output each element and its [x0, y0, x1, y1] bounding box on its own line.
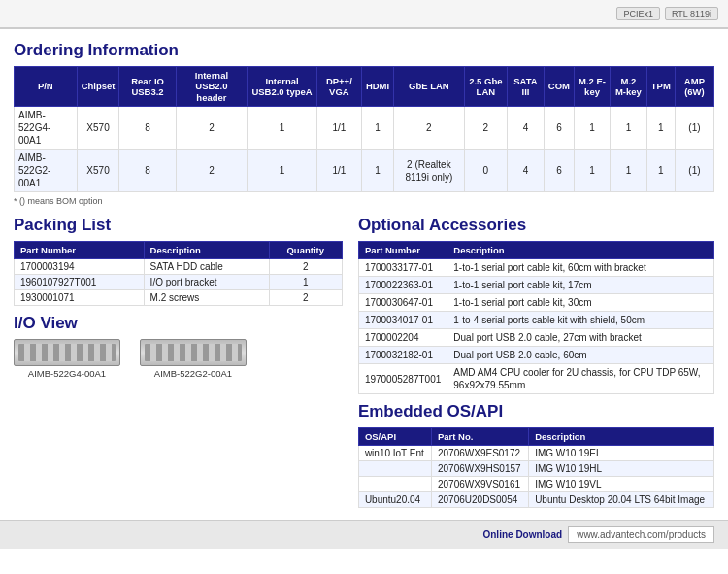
- ordering-cell-1-12: 1: [611, 150, 647, 192]
- packing-cell-0-0: 1700003194: [15, 259, 145, 275]
- ordering-cell-0-4: 1: [248, 107, 317, 150]
- packing-header-row: Part Number Description Quantity: [15, 242, 343, 259]
- acc-cell-5-1: Dual port USB 2.0 cable, 60cm: [447, 347, 714, 364]
- rtl8119i-label: RTL 8119i: [665, 7, 718, 20]
- packing-cell-1-0: 1960107927T001: [15, 275, 145, 290]
- left-column: Packing List Part Number Description Qua…: [14, 212, 343, 508]
- col-amp: AMP (6W): [675, 67, 713, 107]
- io-bracket-img-2: [140, 339, 247, 366]
- packing-row-0: 1700003194SATA HDD cable2: [15, 259, 343, 275]
- accessories-table: Part Number Description 1700033177-011-t…: [358, 241, 714, 394]
- acc-row-5: 1700032182-01Dual port USB 2.0 cable, 60…: [358, 347, 713, 364]
- embedded-os-title: Embedded OS/API: [358, 402, 714, 422]
- bom-note: * () means BOM option: [14, 196, 714, 206]
- packing-row-1: 1960107927T001I/O port bracket1: [15, 275, 343, 290]
- bottom-bar: Online Download www.advantech.com/produc…: [0, 520, 728, 549]
- os-cell-1-2: IMG W10 19HL: [529, 461, 714, 477]
- io-view-section: I/O View AIMB-522G4-00A1 AIMB-522G2-00A1: [14, 314, 343, 379]
- acc-row-3: 1700034017-011-to-4 serial ports cable k…: [358, 312, 713, 329]
- ordering-section: Ordering Information P/N Chipset Rear IO…: [14, 41, 714, 206]
- acc-row-0: 1700033177-011-to-1 serial port cable ki…: [358, 259, 713, 277]
- os-cell-2-0: [358, 477, 431, 492]
- ordering-cell-1-10: 6: [544, 150, 574, 192]
- io-caption-1: AIMB-522G4-00A1: [14, 368, 120, 379]
- packing-cell-2-0: 1930001071: [15, 290, 145, 306]
- ordering-cell-1-3: 2: [176, 150, 248, 192]
- ordering-cell-1-14: (1): [675, 150, 713, 192]
- ordering-row-1: AIMB-522G2-00A1X5708211/112 (Realtek 811…: [15, 150, 714, 192]
- col-2p5-gbe: 2.5 Gbe LAN: [464, 67, 508, 107]
- col-gbe-lan: GbE LAN: [394, 67, 464, 107]
- os-cell-0-0: win10 IoT Ent: [358, 446, 431, 461]
- ordering-cell-0-10: 6: [544, 107, 574, 150]
- acc-cell-4-1: Dual port USB 2.0 cable, 27cm with brack…: [447, 329, 714, 347]
- online-download-label: Online Download: [482, 529, 562, 540]
- os-cell-1-0: [358, 461, 431, 477]
- ordering-cell-0-7: 2: [394, 107, 464, 150]
- ordering-cell-1-8: 0: [464, 150, 508, 192]
- io-image-2: AIMB-522G2-00A1: [140, 339, 247, 379]
- col-chipset: Chipset: [77, 67, 119, 107]
- os-header-row: OS/API Part No. Description: [358, 428, 713, 446]
- col-com: COM: [544, 67, 574, 107]
- pciex1-label: PCIEx1: [616, 7, 660, 20]
- acc-row-1: 1700022363-011-to-1 serial port cable ki…: [358, 277, 713, 294]
- io-image-1: AIMB-522G4-00A1: [14, 339, 120, 379]
- ordering-header-row: P/N Chipset Rear IO USB3.2 Internal USB2…: [15, 67, 714, 107]
- os-table: OS/API Part No. Description win10 IoT En…: [358, 427, 714, 508]
- acc-cell-6-0: 1970005287T001: [358, 364, 447, 394]
- packing-cell-0-2: 2: [269, 259, 342, 275]
- packing-cell-1-1: I/O port bracket: [144, 275, 269, 290]
- acc-cell-1-1: 1-to-1 serial port cable kit, 17cm: [447, 277, 714, 294]
- ordering-cell-0-9: 4: [508, 107, 545, 150]
- os-cell-0-2: IMG W10 19EL: [529, 446, 714, 461]
- main-content: Ordering Information P/N Chipset Rear IO…: [0, 29, 728, 512]
- ordering-cell-1-4: 1: [248, 150, 317, 192]
- os-cell-2-2: IMG W10 19VL: [529, 477, 714, 492]
- acc-row-4: 1700002204Dual port USB 2.0 cable, 27cm …: [358, 329, 713, 347]
- top-diagram: PCIEx1 RTL 8119i: [0, 0, 728, 29]
- col-dp-vga: DP++/ VGA: [316, 67, 361, 107]
- ordering-cell-0-0: AIMB-522G4-00A1: [15, 107, 78, 150]
- io-images-container: AIMB-522G4-00A1 AIMB-522G2-00A1: [14, 339, 343, 379]
- ordering-cell-1-1: X570: [77, 150, 119, 192]
- ordering-cell-0-11: 1: [575, 107, 611, 150]
- packing-cell-2-1: M.2 screws: [144, 290, 269, 306]
- io-bracket-img-1: [14, 339, 120, 366]
- ordering-cell-1-5: 1/1: [316, 150, 361, 192]
- col-hdmi: HDMI: [361, 67, 393, 107]
- ordering-cell-0-1: X570: [77, 107, 119, 150]
- ordering-table: P/N Chipset Rear IO USB3.2 Internal USB2…: [14, 66, 714, 192]
- col-tpm: TPM: [646, 67, 675, 107]
- ordering-cell-1-6: 1: [361, 150, 393, 192]
- ordering-cell-1-2: 8: [119, 150, 176, 192]
- packing-section: Packing List Part Number Description Qua…: [14, 216, 343, 306]
- packing-table: Part Number Description Quantity 1700003…: [14, 241, 343, 306]
- ordering-cell-1-13: 1: [646, 150, 675, 192]
- col-sata: SATA III: [508, 67, 545, 107]
- os-row-3: Ubuntu20.0420706U20DS0054Ubuntu Desktop …: [358, 492, 713, 508]
- col-m2e: M.2 E-key: [575, 67, 611, 107]
- right-column: Optional Accessories Part Number Descrip…: [358, 212, 714, 508]
- accessories-title: Optional Accessories: [358, 216, 714, 235]
- col-int-usb-typea: Internal USB2.0 typeA: [248, 67, 317, 107]
- packing-row-2: 1930001071M.2 screws2: [15, 290, 343, 306]
- os-row-2: 20706WX9VS0161IMG W10 19VL: [358, 477, 713, 492]
- ordering-cell-0-13: 1: [646, 107, 675, 150]
- acc-cell-2-0: 1700030647-01: [358, 294, 447, 312]
- packing-col-part: Part Number: [15, 242, 145, 259]
- acc-row-6: 1970005287T001AMD AM4 CPU cooler for 2U …: [358, 364, 713, 394]
- os-row-1: 20706WX9HS0157IMG W10 19HL: [358, 461, 713, 477]
- col-m2m: M.2 M-key: [611, 67, 647, 107]
- os-col-desc: Description: [529, 428, 714, 446]
- acc-col-desc: Description: [447, 242, 714, 259]
- acc-cell-6-1: AMD AM4 CPU cooler for 2U chassis, for C…: [447, 364, 714, 394]
- os-cell-3-0: Ubuntu20.04: [358, 492, 431, 508]
- acc-cell-0-0: 1700033177-01: [358, 259, 447, 277]
- io-caption-2: AIMB-522G2-00A1: [140, 368, 247, 379]
- os-cell-2-1: 20706WX9VS0161: [431, 477, 528, 492]
- acc-cell-4-0: 1700002204: [358, 329, 447, 347]
- packing-cell-2-2: 2: [269, 290, 342, 306]
- accessories-section: Optional Accessories Part Number Descrip…: [358, 216, 714, 394]
- packing-col-desc: Description: [144, 242, 269, 259]
